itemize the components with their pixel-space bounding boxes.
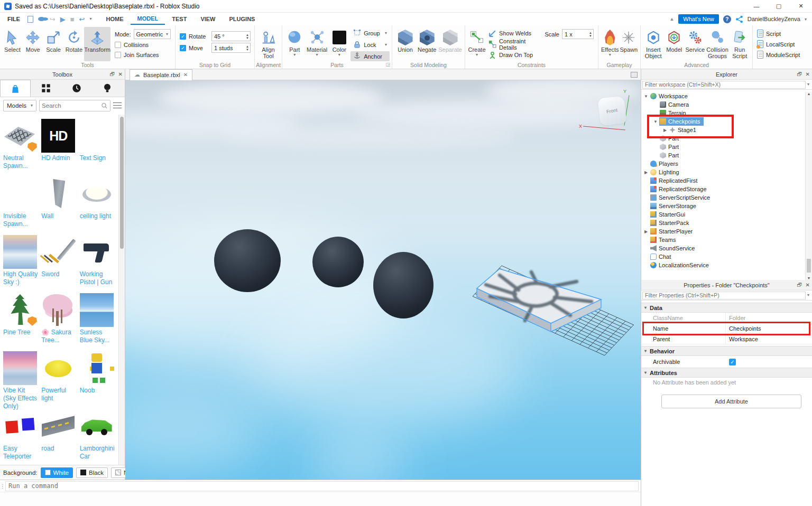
negate-button[interactable]: Negate	[416, 27, 438, 61]
file-menu[interactable]: FILE	[0, 16, 27, 22]
snap-rotate-stepper[interactable]: 45 °▲▼	[211, 31, 251, 41]
filter-options-icon[interactable]	[113, 102, 122, 109]
explorer-item-teams[interactable]: Teams	[641, 236, 805, 244]
toolbox-item-7[interactable]: Sword	[40, 234, 78, 292]
anchor-button[interactable]: Anchor	[350, 51, 390, 61]
localscript-button[interactable]: LocalScript	[757, 40, 800, 49]
run-script-button[interactable]: Run Script	[729, 27, 750, 61]
explorer-item-serverstorage[interactable]: ServerStorage	[641, 202, 805, 210]
constraint-details-toggle[interactable]: Constraint Details	[488, 39, 540, 49]
find-icon[interactable]	[38, 17, 45, 21]
explorer-item-stage1[interactable]: ▶Stage1	[641, 126, 805, 134]
scroll-down-icon[interactable]: ▼	[806, 276, 812, 280]
whats-new-button[interactable]: What's New	[678, 14, 718, 24]
toolbox-item-11[interactable]: Sunless Blue Sky...	[79, 292, 117, 350]
scroll-up-icon[interactable]: ▲	[806, 92, 812, 96]
view-cube-front-face[interactable]: Front	[597, 96, 626, 126]
chevron-open-icon[interactable]: ▼	[652, 119, 659, 124]
spawn-pad[interactable]	[464, 249, 641, 361]
toolbox-item-2[interactable]: Text Sign	[79, 118, 117, 176]
separate-button[interactable]: Separate	[438, 27, 463, 61]
join-surfaces-checkbox[interactable]	[115, 52, 121, 58]
material-dropdown-icon[interactable]: ▾	[316, 53, 318, 57]
command-input[interactable]	[5, 481, 639, 491]
group-button[interactable]: Group ▾	[350, 28, 390, 38]
account-name[interactable]: DanielBuckleyZenva	[748, 16, 800, 22]
chevron-closed-icon[interactable]: ▶	[661, 128, 669, 133]
model-button[interactable]: Model	[664, 27, 685, 61]
toolbox-item-5[interactable]: ceiling light	[79, 176, 117, 234]
snap-rotate-checkbox[interactable]: ✓	[180, 33, 186, 40]
lock-dropdown-icon[interactable]: ▾	[385, 43, 387, 47]
float-panel-icon[interactable]: 🗗	[797, 71, 802, 77]
filter-dropdown-icon[interactable]: ▾	[806, 293, 811, 297]
scroll-thumb[interactable]	[807, 259, 811, 273]
undo-icon[interactable]: ↩	[79, 16, 85, 23]
background-white-button[interactable]: White	[41, 467, 73, 478]
float-panel-icon[interactable]: 🗗	[110, 71, 115, 77]
tab-model[interactable]: MODEL	[131, 13, 165, 25]
service-button[interactable]: Service	[685, 27, 706, 61]
rotate-button[interactable]: Rotate	[63, 27, 84, 61]
explorer-item-checkpoints[interactable]: ▼Checkpoints	[641, 117, 805, 126]
draw-on-top-toggle[interactable]: Draw On Top	[488, 51, 540, 59]
tab-test[interactable]: TEST	[165, 14, 193, 24]
close-panel-icon[interactable]: ✕	[806, 282, 810, 288]
chevron-open-icon[interactable]: ▼	[642, 94, 650, 99]
move-button[interactable]: Move	[23, 27, 43, 61]
explorer-item-serverscriptservice[interactable]: ServerScriptService	[641, 193, 805, 202]
help-icon[interactable]: ?	[723, 15, 731, 23]
section-data[interactable]: ▾Data	[641, 303, 812, 313]
toolbox-item-17[interactable]: Lamborghini Car	[79, 408, 117, 465]
color-button[interactable]: Color ▾	[329, 27, 349, 61]
toolbox-item-4[interactable]: Wall	[40, 176, 78, 234]
explorer-item-terrain[interactable]: Terrain	[641, 109, 805, 117]
toolbox-item-9[interactable]: Pine Tree	[2, 292, 40, 350]
explorer-item-part[interactable]: Part	[641, 134, 805, 143]
toolbox-item-12[interactable]: Vibe Kit (Sky Effects Only)	[2, 350, 40, 408]
toolbox-item-16[interactable]: road	[40, 408, 78, 465]
effects-dropdown-icon[interactable]: ▾	[609, 53, 611, 57]
explorer-item-camera[interactable]: Camera	[641, 100, 805, 109]
redo-icon[interactable]: ↪	[50, 16, 56, 23]
name-value-field[interactable]: Checkpoints	[726, 323, 812, 333]
viewport-maximize-icon[interactable]	[631, 72, 638, 78]
stop-icon[interactable]: ■	[70, 16, 75, 23]
category-select[interactable]: Models▾	[3, 100, 36, 111]
explorer-item-soundservice[interactable]: SoundService	[641, 244, 805, 252]
part-sphere-2[interactable]	[312, 237, 364, 287]
properties-filter-input[interactable]	[642, 292, 806, 299]
explorer-item-workspace[interactable]: ▼Workspace	[641, 92, 805, 100]
select-button[interactable]: Select	[2, 27, 23, 61]
explorer-item-localizationservice[interactable]: LocalizationService	[641, 261, 805, 269]
toolbox-item-14[interactable]: Noob	[79, 350, 117, 408]
play-icon[interactable]: ▶	[60, 16, 66, 23]
collisions-checkbox[interactable]	[115, 42, 121, 48]
toolbox-tab-inventory[interactable]	[31, 80, 61, 97]
share-icon[interactable]	[735, 15, 743, 23]
material-button[interactable]: Material ▾	[305, 27, 329, 61]
modulescript-button[interactable]: ModuleScript	[757, 50, 800, 59]
document-tab[interactable]: ☁ Baseplate.rbxl ✕	[130, 69, 192, 80]
toolbox-tab-marketplace[interactable]	[0, 80, 31, 97]
tab-close-icon[interactable]: ✕	[183, 72, 188, 78]
spawn-button[interactable]: Spawn	[620, 27, 639, 61]
close-button[interactable]: ✕	[790, 0, 812, 12]
add-attribute-button[interactable]: Add Attribute	[661, 395, 801, 408]
section-attributes[interactable]: ▾Attributes	[641, 368, 812, 378]
toolbox-item-0[interactable]: Neutral Spawn...	[2, 118, 40, 176]
part-button[interactable]: Part ▾	[284, 27, 305, 61]
explorer-item-chat[interactable]: Chat	[641, 252, 805, 261]
snap-move-stepper[interactable]: 1 studs▲▼	[211, 43, 251, 53]
explorer-item-starterpack[interactable]: StarterPack	[641, 219, 805, 227]
script-button[interactable]: Script	[757, 29, 800, 38]
create-button[interactable]: Create ▾	[467, 27, 486, 61]
close-panel-icon[interactable]: ✕	[118, 71, 123, 77]
explorer-item-part[interactable]: Part	[641, 151, 805, 160]
toolbox-scrollbar[interactable]	[118, 115, 125, 465]
collapse-ribbon-icon[interactable]: ▲	[669, 16, 674, 22]
explorer-item-lighting[interactable]: ▶Lighting	[641, 168, 805, 176]
3d-viewport[interactable]: X Y Front	[125, 80, 641, 480]
filter-dropdown-icon[interactable]: ▾	[806, 82, 811, 87]
minimize-button[interactable]: —	[745, 0, 768, 12]
